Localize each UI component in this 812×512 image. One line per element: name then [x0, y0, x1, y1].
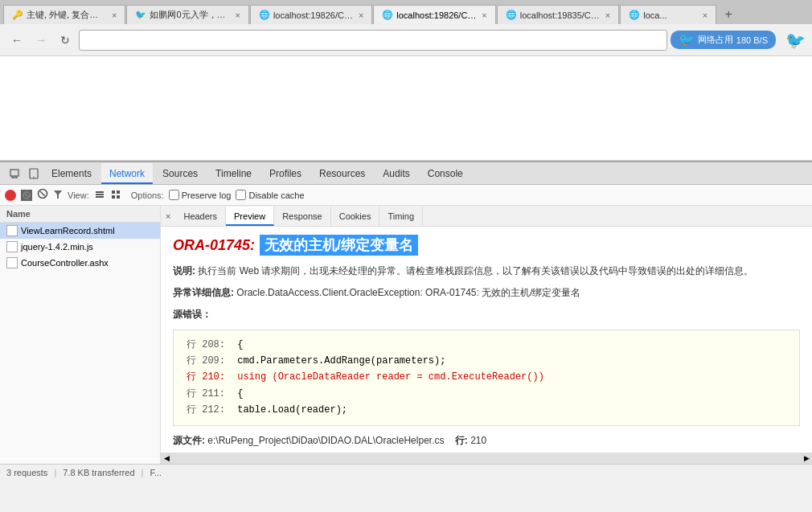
browser-tab-6[interactable]: 🌐 loca... × — [620, 5, 716, 24]
file-icon-1 — [6, 241, 18, 252]
svg-point-5 — [33, 176, 35, 178]
options-label: Options: — [131, 190, 164, 200]
svg-rect-12 — [96, 194, 104, 195]
code-line-text-1: cmd.Parameters.AddRange(parameters); — [237, 355, 445, 367]
devtools-tab-profiles[interactable]: Profiles — [261, 163, 310, 184]
panel-tab-response[interactable]: Response — [274, 207, 331, 226]
devtools-tab-console[interactable]: Console — [420, 163, 471, 184]
browser-tab-5[interactable]: 🌐 localhost:19835/Course... × — [497, 5, 619, 24]
tab-label-5: localhost:19835/Course... — [520, 10, 601, 20]
file-item-1[interactable]: jquery-1.4.2.min.js — [0, 239, 160, 255]
devtools-tab-timeline[interactable]: Timeline — [207, 163, 260, 184]
tab-icon-3: 🌐 — [259, 10, 270, 21]
new-tab-button[interactable]: + — [717, 5, 740, 24]
network-speed: 180 B/S — [736, 35, 768, 45]
stop-button[interactable] — [21, 190, 32, 201]
browser-tab-2[interactable]: 🐦 如鹏网0元入学，学编程 × — [126, 5, 248, 24]
file-icon-2 — [6, 257, 18, 268]
status-requests: 3 requests — [6, 468, 47, 477]
tab-close-2[interactable]: × — [230, 10, 240, 20]
horizontal-scrollbar[interactable]: ◀ ▶ — [161, 453, 812, 464]
detail-text: Oracle.DataAccess.Client.OracleException… — [236, 287, 580, 298]
status-filter: F... — [150, 468, 162, 477]
disable-cache-label: Disable cache — [248, 190, 304, 200]
tab-icon-5: 🌐 — [506, 10, 517, 21]
error-message-highlight: 无效的主机/绑定变量名 — [260, 235, 418, 256]
refresh-button[interactable]: ↻ — [55, 30, 76, 51]
detail-label: 异常详细信息: — [173, 287, 234, 298]
tab-label-1: 主键, 外键, 复合外键的... — [27, 9, 107, 21]
status-transferred: 7.8 KB transferred — [63, 468, 134, 477]
file-item-0[interactable]: ViewLearnRecord.shtml — [0, 223, 160, 239]
devtools-tab-network[interactable]: Network — [101, 163, 153, 184]
svg-line-7 — [25, 194, 28, 197]
tab-close-6[interactable]: × — [698, 10, 707, 20]
source-line-number: 210 — [470, 435, 486, 446]
view-label: View: — [68, 190, 89, 200]
record-button[interactable] — [5, 190, 16, 201]
network-badge: 🐦 网络占用 180 B/S — [671, 31, 776, 49]
svg-rect-11 — [96, 191, 104, 193]
tab-label-2: 如鹏网0元入学，学编程 — [150, 9, 230, 21]
view-tree-icon[interactable] — [110, 189, 121, 202]
code-line-num-2: 行 210: — [187, 371, 225, 383]
file-list: Name ViewLearnRecord.shtml jquery-1.4.2.… — [0, 206, 161, 464]
source-file-path: e:\RuPeng_Project\DiDao\DIDAO.DAL\Oracle… — [207, 435, 444, 446]
svg-rect-15 — [117, 190, 120, 194]
tab-close-1[interactable]: × — [107, 10, 117, 20]
filter-icon — [53, 190, 63, 201]
preserve-log-label: Preserve log — [182, 190, 232, 200]
page-content — [0, 56, 812, 161]
mobile-icon[interactable] — [26, 166, 42, 182]
svg-rect-0 — [10, 170, 18, 176]
scroll-right-arrow[interactable]: ▶ — [801, 453, 812, 464]
devtools-tab-resources[interactable]: Resources — [311, 163, 373, 184]
devtools-tab-elements[interactable]: Elements — [43, 163, 100, 184]
tab-close-3[interactable]: × — [354, 10, 363, 20]
panel-tab-headers[interactable]: Headers — [175, 207, 226, 226]
devtools-tab-bar: Elements Network Sources Timeline Profil… — [0, 162, 812, 185]
file-list-header: Name — [0, 206, 160, 223]
code-block: 行 208: { 行 209: cmd.Parameters.AddRange(… — [173, 330, 800, 426]
preserve-log-checkbox[interactable] — [169, 190, 179, 200]
panel-content: ORA-01745: 无效的主机/绑定变量名 说明: 执行当前 Web 请求期间… — [161, 227, 812, 453]
clear-button[interactable] — [37, 188, 48, 202]
file-name-0: ViewLearnRecord.shtml — [21, 226, 115, 236]
network-toolbar: View: Options: Preserve log Disable cach… — [0, 185, 812, 206]
browser-tab-1[interactable]: 🔑 主键, 外键, 复合外键的... × — [3, 5, 125, 24]
svg-rect-16 — [112, 195, 115, 199]
code-line-text-2: using (OracleDataReader reader = cmd.Exe… — [237, 371, 544, 383]
devtools-tab-audits[interactable]: Audits — [375, 163, 417, 184]
tab-close-5[interactable]: × — [601, 10, 610, 20]
code-line-num-4: 行 212: — [187, 404, 225, 416]
code-line-4: 行 212: table.Load(reader); — [187, 402, 786, 418]
browser-tab-3[interactable]: 🌐 localhost:19826/Course... × — [250, 5, 372, 24]
panel-tab-cookies[interactable]: Cookies — [331, 207, 380, 226]
panel-tab-preview[interactable]: Preview — [226, 207, 274, 226]
browser-logo: 🐦 — [785, 31, 806, 50]
back-button[interactable]: ← — [6, 30, 27, 51]
code-line-num-0: 行 208: — [187, 339, 225, 350]
view-list-icon[interactable] — [94, 189, 105, 202]
file-item-2[interactable]: CourseController.ashx — [0, 255, 160, 271]
code-line-text-3: { — [237, 388, 243, 399]
disable-cache-checkbox-label[interactable]: Disable cache — [236, 190, 304, 200]
network-label: 网络占用 — [698, 34, 733, 46]
inspect-icon[interactable] — [6, 166, 23, 182]
tab-icon-4: 🌐 — [382, 10, 393, 21]
tab-close-4[interactable]: × — [477, 10, 486, 20]
forward-button[interactable]: → — [31, 30, 51, 51]
description-text: 执行当前 Web 请求期间，出现未经处理的异常。请检查堆栈跟踪信息，以了解有关该… — [198, 265, 753, 276]
panel-tab-timing[interactable]: Timing — [379, 207, 423, 226]
devtools-body: Name ViewLearnRecord.shtml jquery-1.4.2.… — [0, 206, 812, 464]
address-bar[interactable]: localhost:19826/Course/ViewLearnRecord.s… — [79, 30, 667, 51]
code-line-0: 行 208: { — [187, 337, 786, 353]
preserve-log-checkbox-label[interactable]: Preserve log — [169, 190, 232, 200]
devtools-tab-sources[interactable]: Sources — [154, 163, 206, 184]
browser-tab-4[interactable]: 🌐 localhost:19826/Course... × — [373, 5, 495, 24]
panel-close-button[interactable]: × — [161, 211, 175, 221]
devtools-icon-group — [3, 166, 42, 182]
error-title: ORA-01745: 无效的主机/绑定变量名 — [173, 235, 800, 256]
scroll-left-arrow[interactable]: ◀ — [161, 453, 172, 464]
disable-cache-checkbox[interactable] — [236, 190, 246, 200]
